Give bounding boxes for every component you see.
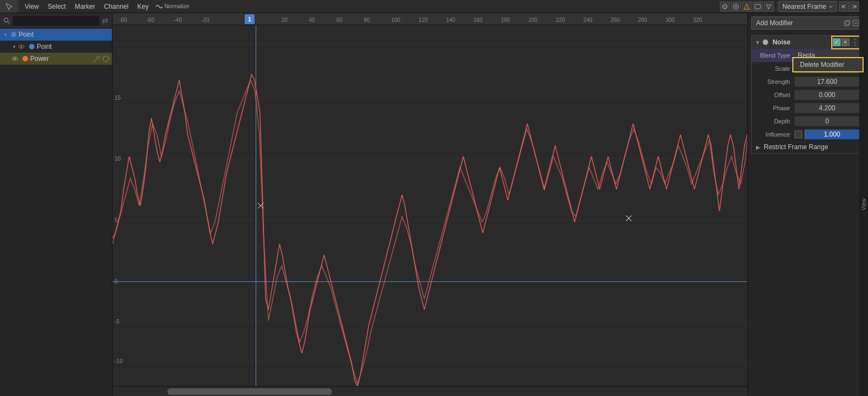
influence-label: Influence bbox=[756, 131, 794, 138]
search-icon bbox=[3, 17, 10, 25]
search-input[interactable] bbox=[13, 16, 99, 26]
toolbar-right: ! Nearest Frame bbox=[718, 0, 868, 13]
swap-icon[interactable] bbox=[102, 17, 109, 25]
tree-item-point-sub[interactable]: ▼ Point bbox=[0, 41, 112, 53]
depth-row: Depth 0 bbox=[752, 115, 864, 128]
ruler-label-220: 220 bbox=[556, 17, 565, 23]
main-layout: ▼ Point ▼ Point Power bbox=[0, 13, 868, 396]
ruler-label-280: 280 bbox=[638, 17, 647, 23]
depth-value[interactable]: 0 bbox=[794, 116, 860, 126]
svg-point-9 bbox=[4, 18, 8, 21]
graph-area[interactable]: 1 -80 -60 -40 -20 20 40 60 80 100 120 14… bbox=[112, 13, 747, 396]
restrict-label: Restrict Frame Range bbox=[764, 143, 828, 151]
toolbar-marker[interactable]: Marker bbox=[70, 0, 99, 13]
svg-line-10 bbox=[8, 21, 10, 24]
ruler-label-100: 100 bbox=[391, 17, 401, 23]
tree-item-power[interactable]: Power bbox=[0, 53, 112, 65]
influence-checkbox[interactable] bbox=[794, 131, 802, 138]
nearest-frame-dropdown[interactable]: Nearest Frame bbox=[779, 1, 837, 12]
influence-row: Influence 1.000 bbox=[752, 128, 864, 141]
delete-modifier-dropdown: Delete Modifier bbox=[792, 57, 864, 72]
toolbar-key[interactable]: Key bbox=[133, 0, 153, 13]
snap-left-icon[interactable] bbox=[839, 2, 849, 12]
copy-icon[interactable] bbox=[843, 19, 851, 27]
svg-point-12 bbox=[21, 46, 22, 48]
phase-row: Phase 4.200 bbox=[752, 101, 864, 115]
eye-icon-power[interactable] bbox=[11, 55, 19, 63]
paste-icon[interactable] bbox=[852, 19, 860, 27]
restrict-frame-row: ▶ Restrict Frame Range bbox=[752, 141, 864, 153]
strength-value[interactable]: 17.600 bbox=[794, 77, 860, 87]
svg-point-4 bbox=[735, 5, 737, 8]
display-icon[interactable] bbox=[753, 2, 763, 12]
filter-icon[interactable] bbox=[764, 2, 774, 12]
nearest-frame-label: Nearest Frame bbox=[782, 3, 826, 10]
ruler-label-320: 320 bbox=[693, 17, 702, 23]
toolbar-cursor-icon[interactable] bbox=[0, 0, 18, 13]
offset-row: Offset 0.000 bbox=[752, 88, 864, 101]
right-panel: Add Modifier ▼ Noise bbox=[747, 13, 868, 396]
phase-label: Phase bbox=[756, 105, 794, 111]
normalize-icon[interactable]: Normalize bbox=[153, 3, 191, 10]
add-modifier-icons bbox=[843, 19, 860, 27]
current-frame-marker: 1 bbox=[245, 14, 255, 24]
ruler-label-200: 200 bbox=[528, 17, 538, 23]
ruler-label--80: -80 bbox=[119, 17, 127, 23]
ruler-label--40: -40 bbox=[174, 17, 182, 23]
offset-value[interactable]: 0.000 bbox=[794, 90, 860, 100]
snap-icons bbox=[839, 2, 859, 12]
add-modifier-button[interactable]: Add Modifier bbox=[751, 16, 865, 30]
cursor-snap-icon[interactable] bbox=[720, 2, 730, 12]
view-side-label: View bbox=[861, 199, 867, 211]
phase-value[interactable]: 4.200 bbox=[794, 103, 860, 113]
ruler-label-60: 60 bbox=[336, 17, 342, 23]
add-modifier-label: Add Modifier bbox=[756, 19, 793, 27]
depth-label: Depth bbox=[756, 118, 794, 125]
snap-right-icon[interactable] bbox=[849, 2, 859, 12]
toolbar-select[interactable]: Select bbox=[43, 0, 70, 13]
noise-dot bbox=[763, 39, 768, 45]
delete-modifier-item[interactable]: Delete Modifier bbox=[793, 58, 863, 71]
influence-value[interactable]: 1.000 bbox=[804, 129, 860, 139]
ruler-label-120: 120 bbox=[419, 17, 428, 23]
point-label: Point bbox=[19, 31, 33, 38]
modifier-enable-checkbox[interactable]: ✓ bbox=[833, 38, 841, 46]
restrict-expand-arrow[interactable]: ▶ bbox=[756, 144, 760, 150]
point-sub-dot bbox=[29, 44, 35, 49]
toolbar-right-icons: ! bbox=[718, 2, 776, 12]
ruler-label-40: 40 bbox=[309, 17, 315, 23]
shield-icon[interactable] bbox=[102, 55, 110, 63]
modifier-menu-button[interactable]: ⋮ bbox=[850, 37, 859, 48]
eye-icon-point[interactable] bbox=[18, 43, 25, 50]
separator-right bbox=[777, 2, 777, 11]
svg-text:!: ! bbox=[746, 5, 747, 9]
scale-label: Scale bbox=[756, 65, 794, 72]
wrench-icon[interactable] bbox=[93, 55, 101, 63]
ruler-label-140: 140 bbox=[446, 17, 455, 23]
top-toolbar: View Select Marker Channel Key Normalize… bbox=[0, 0, 868, 13]
horizontal-scrollbar[interactable] bbox=[112, 386, 747, 396]
modifier-close-button[interactable]: ✕ bbox=[842, 38, 849, 46]
tree-item-point[interactable]: ▼ Point bbox=[0, 29, 112, 41]
modifier-header: ▼ Noise ✓ ✕ ⋮ bbox=[752, 36, 864, 49]
scrollbar-thumb[interactable] bbox=[167, 388, 332, 395]
ruler-label-80: 80 bbox=[364, 17, 370, 23]
ruler-label-240: 240 bbox=[583, 17, 593, 23]
search-bar bbox=[0, 13, 112, 29]
svg-point-3 bbox=[733, 4, 739, 9]
right-edge bbox=[859, 0, 868, 13]
modifier-expand-arrow[interactable]: ▼ bbox=[755, 39, 760, 46]
strength-label: Strength bbox=[756, 78, 794, 85]
toolbar-normalize: Normalize bbox=[165, 3, 189, 9]
toolbar-channel[interactable]: Channel bbox=[100, 0, 133, 13]
ruler-label--60: -60 bbox=[146, 17, 154, 23]
modifier-name: Noise bbox=[773, 38, 829, 46]
toolbar-view[interactable]: View bbox=[20, 0, 43, 13]
ruler-label-20: 20 bbox=[281, 17, 288, 23]
point-sub-label: Point bbox=[37, 43, 52, 50]
offset-label: Offset bbox=[756, 92, 794, 98]
ruler-label-260: 260 bbox=[611, 17, 620, 23]
graph-canvas: 15 10 5 0 -5 -10 bbox=[112, 25, 747, 386]
proportional-icon[interactable] bbox=[731, 2, 741, 12]
warning-icon[interactable]: ! bbox=[742, 2, 752, 12]
